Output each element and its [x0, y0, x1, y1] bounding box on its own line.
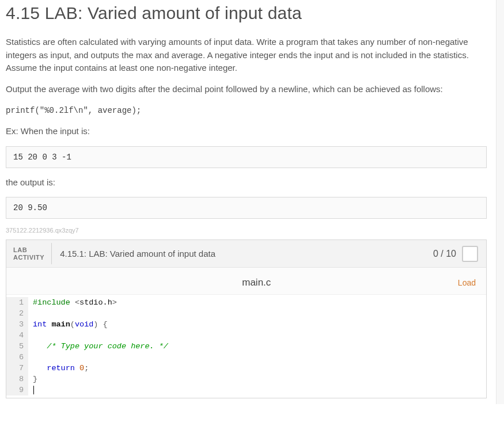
line-number: 7	[6, 363, 28, 374]
code-line[interactable]: 6	[6, 352, 486, 363]
code-line[interactable]: 3int main(void) {	[6, 319, 486, 330]
code-content[interactable]: }	[28, 374, 37, 385]
code-content[interactable]	[28, 308, 33, 319]
example-output-label: the output is:	[6, 176, 487, 189]
load-button[interactable]: Load	[458, 278, 476, 287]
code-line[interactable]: 2	[6, 308, 486, 319]
badge-line2: ACTIVITY	[13, 254, 44, 261]
code-line[interactable]: 4	[6, 330, 486, 341]
code-line[interactable]: 8}	[6, 374, 486, 385]
code-hint-text: printf("%0.2lf\n", average);	[6, 106, 141, 115]
code-line[interactable]: 5 /* Type your code here. */	[6, 341, 486, 352]
line-number: 1	[6, 297, 28, 308]
code-content[interactable]: /* Type your code here. */	[28, 341, 168, 352]
badge-line1: LAB	[13, 246, 44, 254]
code-editor[interactable]: 1#include <stdio.h>23int main(void) {45 …	[6, 294, 486, 398]
completion-status-box[interactable]	[462, 246, 478, 262]
line-number: 4	[6, 330, 28, 341]
activity-score: 0 / 10	[433, 249, 462, 259]
vertical-scrollbar-track[interactable]	[496, 0, 504, 404]
line-number: 8	[6, 374, 28, 385]
content-hash: 375122.2212936.qx3zqy7	[6, 227, 487, 234]
activity-header: LAB ACTIVITY 4.15.1: LAB: Varied amount …	[6, 240, 486, 268]
example-input-label: Ex: When the input is:	[6, 125, 487, 138]
line-number: 5	[6, 341, 28, 352]
main-content: 4.15 LAB: Varied amount of input data St…	[6, 3, 498, 398]
text-cursor	[33, 386, 34, 394]
code-content[interactable]	[28, 352, 33, 363]
line-number: 2	[6, 308, 28, 319]
example-output-box: 20 9.50	[6, 197, 487, 219]
description-paragraph-1: Statistics are often calculated with var…	[6, 36, 487, 75]
code-hint: printf("%0.2lf\n", average);	[6, 104, 487, 117]
code-content[interactable]	[28, 330, 33, 341]
line-number: 3	[6, 319, 28, 330]
line-number: 6	[6, 352, 28, 363]
editor-toolbar: main.c Load	[6, 268, 486, 294]
description-paragraph-2: Output the average with two digits after…	[6, 83, 487, 96]
lab-activity-badge: LAB ACTIVITY	[6, 243, 52, 264]
line-number: 9	[6, 385, 28, 396]
code-line[interactable]: 1#include <stdio.h>	[6, 297, 486, 308]
page-title: 4.15 LAB: Varied amount of input data	[6, 3, 487, 23]
editor-filename: main.c	[242, 277, 271, 288]
activity-title: 4.15.1: LAB: Varied amount of input data	[52, 249, 433, 258]
code-content[interactable]: #include <stdio.h>	[28, 297, 117, 308]
code-content[interactable]: return 0;	[28, 363, 89, 374]
code-line[interactable]: 7 return 0;	[6, 363, 486, 374]
code-content[interactable]: int main(void) {	[28, 319, 108, 330]
code-line[interactable]: 9	[6, 385, 486, 396]
lab-activity-card: LAB ACTIVITY 4.15.1: LAB: Varied amount …	[6, 239, 487, 398]
code-content[interactable]	[28, 385, 34, 396]
example-input-box: 15 20 0 3 -1	[6, 146, 487, 168]
